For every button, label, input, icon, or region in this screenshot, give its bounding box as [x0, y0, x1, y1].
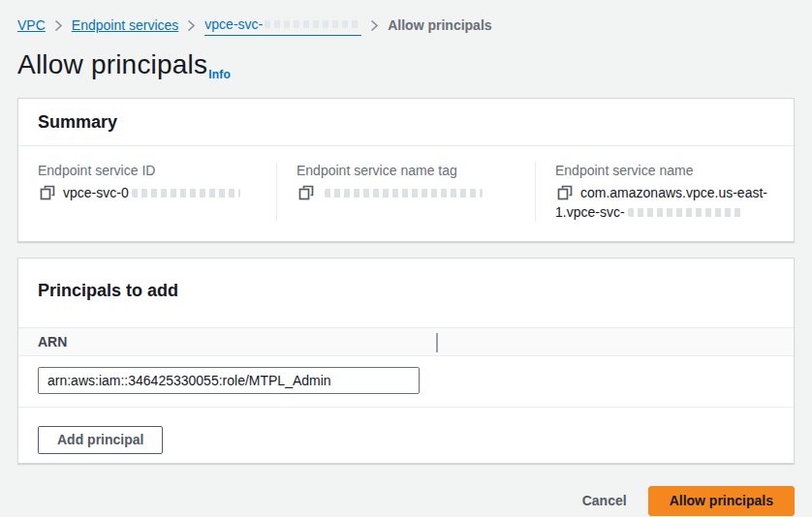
principals-title: Principals to add [38, 281, 178, 300]
allow-principals-button[interactable]: Allow principals [648, 486, 795, 516]
chevron-right-icon [187, 19, 196, 32]
field-value-text: vpce-svc-0 [63, 185, 129, 200]
arn-column-header: ARN [38, 334, 67, 350]
arn-input[interactable] [38, 367, 420, 394]
column-resize-handle[interactable] [436, 333, 438, 352]
field-value: vpce-svc-0 [38, 183, 257, 202]
breadcrumb-link-service-id[interactable]: vpce-svc- [204, 15, 361, 36]
copy-icon[interactable] [557, 185, 573, 200]
summary-header: Summary [18, 99, 794, 146]
field-value [297, 183, 515, 202]
copy-icon[interactable] [40, 185, 55, 200]
breadcrumb-current: Allow principals [388, 15, 491, 35]
page-content: VPC Endpoint services vpce-svc- Allow pr… [0, 0, 812, 516]
summary-field-endpoint-service-name: Endpoint service name com.amazonaws.vpce… [535, 162, 794, 222]
redacted-text [628, 208, 742, 217]
summary-card: Summary Endpoint service ID vpce-svc-0 E… [17, 98, 795, 242]
cancel-button[interactable]: Cancel [582, 488, 627, 514]
arn-input-row [18, 356, 794, 408]
breadcrumb: VPC Endpoint services vpce-svc- Allow pr… [17, 0, 795, 36]
page-title-text: Allow principals [17, 49, 207, 79]
summary-field-endpoint-service-id: Endpoint service ID vpce-svc-0 [18, 162, 276, 222]
copy-icon[interactable] [298, 185, 314, 200]
field-label: Endpoint service ID [38, 162, 257, 179]
redacted-text [132, 189, 240, 198]
principals-footer: Add principal [18, 408, 794, 463]
principals-card: Principals to add ARN Add principal [17, 258, 795, 464]
info-link[interactable]: Info [208, 68, 231, 81]
add-principal-button[interactable]: Add principal [38, 426, 163, 454]
chevron-right-icon [54, 19, 63, 32]
field-label: Endpoint service name tag [297, 162, 515, 179]
field-value: com.amazonaws.vpce.us-east-1.vpce-svc- [555, 183, 774, 222]
summary-body: Endpoint service ID vpce-svc-0 Endpoint … [18, 146, 794, 241]
redacted-text [265, 20, 361, 28]
summary-title: Summary [38, 112, 117, 132]
summary-field-endpoint-service-name-tag: Endpoint service name tag [276, 162, 535, 222]
field-label: Endpoint service name [555, 162, 774, 179]
breadcrumb-link-endpoint-services[interactable]: Endpoint services [72, 15, 179, 35]
page-title: Allow principalsInfo [17, 48, 795, 86]
principals-header: Principals to add [18, 258, 794, 327]
breadcrumb-link-vpc[interactable]: VPC [17, 15, 46, 35]
redacted-text [325, 189, 483, 198]
breadcrumb-service-id-label: vpce-svc- [204, 15, 263, 34]
page-footer: Cancel Allow principals [17, 486, 795, 516]
chevron-right-icon [370, 19, 379, 32]
arn-table-header: ARN [18, 327, 794, 356]
